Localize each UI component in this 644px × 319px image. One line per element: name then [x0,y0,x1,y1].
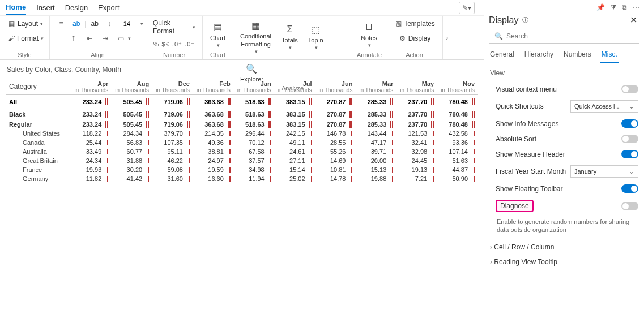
col-feb[interactable]: Febin Thousands [193,77,234,95]
cell-value: 233.24 [71,120,112,129]
cell-value: 505.45 [112,109,152,120]
totals-button[interactable]: ΣTotals [279,22,300,51]
cell-value: 41.42 [112,174,152,183]
templates-button[interactable]: ▧Templates [391,18,437,29]
col-jul[interactable]: Julin Thousands [275,77,315,95]
align-left-button[interactable]: ≡ [54,18,68,29]
align-top-button[interactable]: ⤒ [67,33,80,44]
border-button[interactable]: ▭ [114,33,133,44]
cell-value: 38.81 [193,147,234,156]
more-icon[interactable]: ⋯ [633,3,639,11]
cond-format-icon: ▦ [250,19,262,32]
filter-icon[interactable]: ⧩ [611,3,616,11]
opt-absolute-sort-label: Absolute Sort [496,135,536,143]
tab-export[interactable]: Export [98,1,120,14]
col-mar[interactable]: Marin Thousands [356,77,396,95]
opt-measure-header-label: Show Measure Header [496,150,565,158]
col-dec[interactable]: Decin Thousands [152,77,193,95]
toggle-absolute-sort[interactable] [621,135,638,143]
cell-value: 60.77 [112,147,152,156]
table-row[interactable]: All233.24505.45719.06363.68518.63383.152… [6,95,478,109]
cell-value: 285.33 [356,120,396,129]
cell-value: 780.48 [437,109,478,120]
format-button[interactable]: 🖌Format [5,33,46,44]
cell-value: 19.59 [193,165,234,174]
close-panel-button[interactable]: ✕ [628,15,639,25]
panel-tab-misc[interactable]: Misc. [600,47,619,63]
panel-search[interactable]: 🔍 [489,29,639,44]
search-icon: 🔍 [494,32,503,41]
layout-button[interactable]: ▦Layout [5,18,45,29]
row-label: Regular [6,120,71,129]
cell-value: 34.98 [234,165,275,174]
section-cell-row-column[interactable]: Cell / Row / Column [490,240,638,255]
cell-value: 121.53 [396,129,437,138]
panel-tab-general[interactable]: General [489,47,515,63]
quick-format-button[interactable]: Quick Format [151,18,198,36]
indent-increase-button[interactable]: ⇥ [99,33,112,44]
toggle-measure-header[interactable] [621,150,638,158]
col-jun[interactable]: Junin Thousands [315,77,356,95]
table-row[interactable]: France19.9330.2059.0819.5934.9815.1410.8… [6,165,478,174]
cell-value: 32.41 [396,138,437,147]
pin-icon[interactable]: 📌 [596,3,605,11]
ribbon-overflow-button[interactable]: › [443,16,451,59]
data-table-scroll[interactable]: CategoryAprin ThousandsAugin ThousandsDe… [0,77,484,319]
toggle-show-info[interactable] [621,119,638,128]
opt-quick-shortcuts-label: Quick Shortcuts [496,102,544,110]
table-row[interactable]: Regular233.24505.45719.06363.68518.63383… [6,120,478,129]
select-fiscal-year[interactable]: January [570,165,638,178]
table-row[interactable]: Germany11.8241.4231.6016.6011.9425.0214.… [6,174,478,183]
sigma-icon: Σ [283,23,296,36]
tab-design[interactable]: Design [65,1,88,14]
cell-value: 11.94 [234,174,275,183]
font-size-input[interactable] [119,19,135,29]
table-row[interactable]: Black233.24505.45719.06363.68518.63383.1… [6,109,478,120]
topn-button[interactable]: ⬚Top n [306,22,326,51]
wrap-ab-button[interactable]: ab [70,19,82,29]
cell-value: 284.34 [112,129,152,138]
indent-decrease-button[interactable]: ⇤ [83,33,96,44]
number-symbols[interactable]: % $€ .0⁺ .0⁻ [151,40,198,49]
cell-value: 214.35 [193,129,234,138]
cell-value: 285.33 [356,109,396,120]
info-icon[interactable]: ⓘ [521,16,530,25]
display-button[interactable]: ⚙Display [396,33,433,44]
select-quick-shortcuts[interactable]: Quick Access i… [570,100,638,113]
conditional-formatting-button[interactable]: ▦ConditionalFormatting [238,18,274,55]
col-nov[interactable]: Novin Thousands [437,77,478,95]
toggle-floating-toolbar[interactable] [621,184,638,193]
panel-search-input[interactable] [506,32,634,40]
table-row[interactable]: United States118.22284.34379.70214.35296… [6,129,478,138]
table-row[interactable]: Great Britain24.3431.8846.2224.9737.5727… [6,156,478,165]
table-row[interactable]: Australia33.4960.7795.1138.8167.5824.615… [6,147,478,156]
toggle-diagnose[interactable] [621,202,638,210]
align-left-icon: ≡ [57,19,66,28]
cell-value: 719.06 [152,120,193,129]
col-may[interactable]: Mayin Thousands [396,77,437,95]
panel-tab-numbers[interactable]: Numbers [562,47,592,63]
tab-home[interactable]: Home [6,1,26,15]
tab-insert[interactable]: Insert [36,1,55,14]
toggle-visual-context[interactable] [621,85,638,93]
popout-icon[interactable]: ⧉ [622,3,627,11]
cell-value: 107.14 [437,147,478,156]
col-apr[interactable]: Aprin Thousands [71,77,112,95]
cell-value: 118.22 [71,129,112,138]
section-reading-view-tooltip[interactable]: Reading View Tooltip [490,255,638,269]
chart-button[interactable]: ▤ Chart [208,20,228,49]
border-icon: ▭ [117,34,126,43]
line-spacing-button[interactable]: ↕ [103,18,117,29]
group-chart-label: Chart [207,50,228,58]
font-size-dropdown[interactable] [137,20,146,28]
panel-tab-hierarchy[interactable]: Hierarchy [523,47,555,63]
col-jan[interactable]: Janin Thousands [234,77,275,95]
visual-header-button[interactable]: ✎▾ [459,2,475,14]
table-row[interactable]: Canada25.4456.83107.3549.3670.1249.1128.… [6,138,478,147]
col-aug[interactable]: Augin Thousands [112,77,152,95]
cell-value: 51.63 [437,156,478,165]
cell-value: 146.78 [315,129,356,138]
rotate-ab-button[interactable]: ab [88,19,100,29]
notes-button[interactable]: 🗒Notes [359,20,379,49]
cell-value: 14.69 [315,156,356,165]
